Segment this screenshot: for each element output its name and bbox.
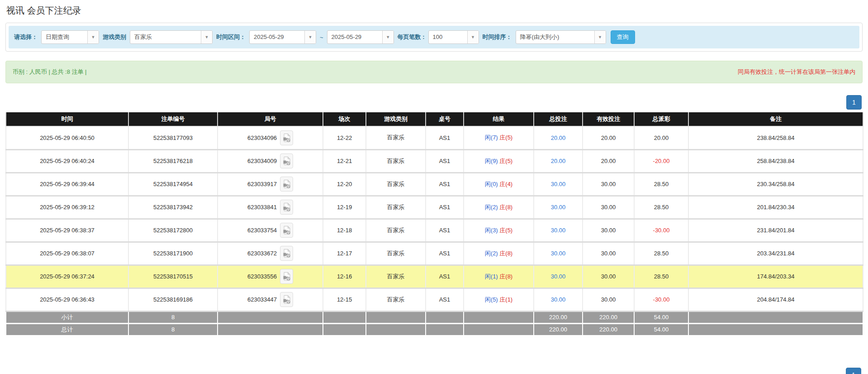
game-type-select[interactable]: 百家乐 ▼ (130, 30, 213, 44)
video-replay-button[interactable] (280, 177, 293, 192)
result-banker: 庄(5) (499, 227, 512, 234)
page-size-select[interactable]: 100 ▼ (428, 30, 479, 44)
video-replay-button[interactable] (280, 153, 293, 168)
cell-total-bet: 30.00 (534, 173, 583, 196)
column-header: 游戏类别 (366, 112, 426, 126)
cell-bet-id: 522538177093 (128, 126, 218, 149)
chevron-down-icon: ▼ (304, 31, 316, 43)
result-banker: 庄(1) (499, 296, 512, 303)
total-bet-link[interactable]: 30.00 (551, 227, 566, 234)
cell-result: 闲(0) 庄(4) (464, 173, 534, 196)
cell-payout: 28.50 (634, 265, 688, 288)
page-size-label: 每页笔数 : (398, 33, 425, 41)
query-type-select[interactable]: 日期查询 ▼ (41, 30, 99, 44)
summary-cell (426, 311, 464, 323)
cell-bet-id: 522538172800 (128, 219, 218, 242)
column-header: 结果 (464, 112, 534, 126)
chevron-down-icon: ▼ (382, 31, 394, 43)
video-replay-button[interactable] (280, 246, 293, 261)
cell-session: 12-18 (323, 219, 366, 242)
video-replay-button[interactable] (280, 223, 293, 238)
cell-table-no: AS1 (426, 265, 464, 288)
cell-game-type: 百家乐 (366, 196, 426, 219)
total-bet-link[interactable]: 30.00 (551, 250, 566, 257)
table-row: 2025-05-29 06:38:07522538171900623033672… (6, 242, 863, 265)
cell-table-no: AS1 (426, 219, 464, 242)
round-id: 623033754 (247, 227, 277, 234)
cell-table-no: AS1 (426, 196, 464, 219)
result-banker: 庄(8) (499, 273, 512, 280)
sort-order-select[interactable]: 降幂(由大到小) ▼ (516, 30, 606, 44)
cell-result: 闲(7) 庄(5) (464, 126, 534, 149)
cell-game-type: 百家乐 (366, 126, 426, 149)
video-replay-button[interactable] (280, 269, 293, 284)
summary-currency-text: 币别 : 人民币 | 总共 :8 注单 | (13, 68, 87, 76)
pagination-top: 1 (6, 95, 862, 110)
table-row: 2025-05-29 06:39:12522538173942623033841… (6, 196, 863, 219)
video-replay-button[interactable] (280, 200, 293, 215)
result-player: 闲(0) (485, 181, 498, 187)
round-id: 623033556 (247, 273, 277, 280)
video-file-icon (283, 179, 291, 189)
summary-bar: 币别 : 人民币 | 总共 :8 注单 | 同局有效投注，统一计算在该局第一张注… (5, 61, 863, 83)
cell-table-no: AS1 (426, 126, 464, 149)
cell-bet-id: 522538169186 (128, 288, 218, 311)
search-button[interactable]: 查询 (611, 30, 635, 44)
bet-records-table: 时间注单编号局号场次游戏类别桌号结果总投注有效投注总派彩备注 2025-05-2… (5, 112, 863, 336)
table-row: 2025-05-29 06:39:44522538174954623033917… (6, 173, 863, 196)
video-file-icon (283, 156, 291, 166)
date-to-value: 2025-05-29 (327, 31, 382, 43)
cell-session: 12-22 (323, 126, 366, 149)
cell-round: 623033841 (218, 196, 323, 219)
column-header: 注单编号 (128, 112, 218, 126)
cell-table-no: AS1 (426, 149, 464, 173)
total-bet-link[interactable]: 30.00 (551, 273, 566, 280)
summary-cell (688, 311, 863, 323)
cell-game-type: 百家乐 (366, 173, 426, 196)
chevron-down-icon: ▼ (87, 31, 99, 43)
cell-result: 闲(2) 庄(8) (464, 242, 534, 265)
video-replay-button[interactable] (280, 130, 293, 145)
cell-remark: 230.34/258.84 (688, 173, 863, 196)
column-header: 时间 (6, 112, 128, 126)
cell-bet-id: 522538171900 (128, 242, 218, 265)
cell-payout: 28.50 (634, 196, 688, 219)
total-bet-link[interactable]: 20.00 (551, 158, 566, 164)
table-row: 2025-05-29 06:40:50522538177093623034096… (6, 126, 863, 149)
cell-table-no: AS1 (426, 288, 464, 311)
page-button-1[interactable]: 1 (846, 95, 862, 110)
summary-cell: 54.00 (634, 311, 688, 323)
total-bet-link[interactable]: 30.00 (551, 204, 566, 211)
summary-cell (218, 323, 323, 336)
cell-time: 2025-05-29 06:36:43 (6, 288, 128, 311)
summary-label: 总计 (6, 323, 128, 336)
cell-total-bet: 30.00 (534, 265, 583, 288)
cell-table-no: AS1 (426, 242, 464, 265)
cell-total-bet: 30.00 (534, 242, 583, 265)
cell-total-bet: 20.00 (534, 149, 583, 173)
video-file-icon (283, 249, 291, 258)
cell-valid-bet: 30.00 (583, 242, 634, 265)
cell-valid-bet: 30.00 (583, 219, 634, 242)
video-file-icon (283, 295, 291, 304)
video-replay-button[interactable] (280, 292, 293, 307)
cell-result: 闲(3) 庄(5) (464, 219, 534, 242)
cell-remark: 238.84/258.84 (688, 126, 863, 149)
cell-valid-bet: 30.00 (583, 265, 634, 288)
cell-payout: -30.00 (634, 288, 688, 311)
date-from-select[interactable]: 2025-05-29 ▼ (249, 30, 316, 44)
table-row: 2025-05-29 06:37:24522538170515623033556… (6, 265, 863, 288)
cell-result: 闲(1) 庄(8) (464, 265, 534, 288)
total-bet-link[interactable]: 20.00 (551, 134, 566, 141)
cell-total-bet: 30.00 (534, 196, 583, 219)
cell-remark: 204.84/174.84 (688, 288, 863, 311)
result-player: 闲(5) (485, 296, 498, 303)
cell-round: 623033917 (218, 173, 323, 196)
page-button-1-bottom[interactable]: 1 (846, 368, 861, 374)
total-bet-link[interactable]: 30.00 (551, 181, 566, 187)
date-to-select[interactable]: 2025-05-29 ▼ (327, 30, 394, 44)
total-bet-link[interactable]: 30.00 (551, 296, 566, 303)
column-header: 有效投注 (583, 112, 634, 126)
cell-round: 623034096 (218, 126, 323, 149)
cell-payout: -30.00 (634, 219, 688, 242)
